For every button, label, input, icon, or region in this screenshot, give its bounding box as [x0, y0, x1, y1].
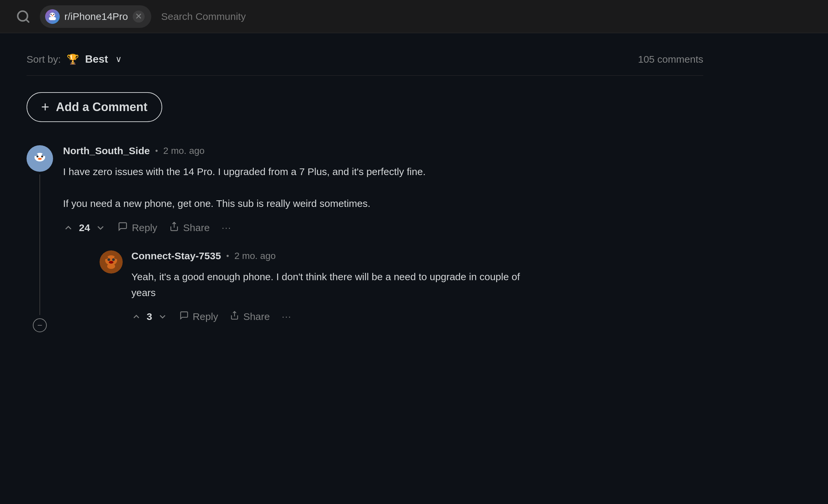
more-options-button[interactable]: ··· [221, 223, 231, 233]
reply-author[interactable]: Connect-Stay-7535 [131, 250, 221, 262]
add-comment-label: Add a Comment [56, 100, 148, 114]
sort-bar: Sort by: 🏆 Best ∨ 105 comments [27, 53, 703, 76]
svg-point-5 [51, 15, 53, 16]
thread-line [39, 174, 40, 315]
reply-button[interactable]: Reply [118, 222, 157, 234]
comment-row: − North_South_Side • 2 mo. ago I have ze… [27, 145, 703, 332]
reply-actions: 3 [131, 311, 703, 322]
svg-point-19 [109, 261, 114, 264]
reply-label: Reply [132, 222, 157, 233]
reply-share-button[interactable]: Share [230, 311, 270, 322]
share-button[interactable]: Share [169, 222, 210, 234]
comment-left-col: − [27, 145, 53, 332]
comments-count-label: 105 comments [638, 54, 703, 65]
reply-vote-count: 3 [147, 311, 152, 322]
reply-upvote-button[interactable] [131, 312, 141, 322]
svg-line-1 [26, 19, 29, 22]
reply-share-label: Share [243, 311, 270, 322]
reply-reply-button[interactable]: Reply [179, 311, 218, 322]
avatar [27, 145, 53, 172]
community-name-label: r/iPhone14Pro [65, 11, 128, 22]
reply-timestamp: 2 mo. ago [235, 251, 276, 261]
sort-dropdown-icon[interactable]: ∨ [116, 54, 122, 64]
reply-text: Yeah, it's a good enough phone. I don't … [131, 269, 703, 301]
sort-controls: Sort by: 🏆 Best ∨ [27, 53, 122, 65]
svg-point-2 [50, 13, 55, 17]
add-comment-button[interactable]: + Add a Comment [27, 92, 162, 122]
main-content: Sort by: 🏆 Best ∨ 105 comments + Add a C… [0, 33, 730, 365]
svg-point-3 [50, 13, 51, 14]
comment-thread: − North_South_Side • 2 mo. ago I have ze… [27, 145, 703, 332]
reply-reply-icon [179, 311, 189, 322]
downvote-button[interactable] [95, 223, 106, 233]
svg-rect-6 [49, 17, 56, 20]
thread-line-container [39, 174, 40, 315]
svg-point-4 [53, 13, 54, 14]
share-icon [169, 222, 179, 234]
reply-header: Connect-Stay-7535 • 2 mo. ago [131, 250, 703, 262]
comment-body: North_South_Side • 2 mo. ago I have zero… [63, 145, 703, 332]
svg-point-17 [108, 258, 110, 261]
comment-text: I have zero issues with the 14 Pro. I up… [63, 164, 703, 212]
reply-vote-section: 3 [131, 311, 168, 322]
collapse-thread-button[interactable]: − [33, 318, 47, 332]
svg-point-18 [112, 258, 115, 261]
tab-close-button[interactable]: ✕ [133, 11, 144, 22]
reply-avatar [99, 250, 123, 274]
community-avatar-icon [45, 9, 60, 24]
vote-count: 24 [79, 222, 90, 233]
sort-by-label: Sort by: [27, 54, 61, 65]
upvote-button[interactable] [63, 223, 74, 233]
sort-best-icon: 🏆 [67, 53, 79, 65]
share-label: Share [183, 222, 210, 233]
community-tab[interactable]: r/iPhone14Pro ✕ [40, 5, 151, 28]
comment-actions: 24 Reply [63, 222, 703, 234]
svg-point-11 [38, 158, 42, 160]
reply-downvote-button[interactable] [158, 312, 168, 322]
vote-section: 24 [63, 222, 106, 233]
reply-share-icon [230, 311, 239, 322]
reply-more-options-button[interactable]: ··· [282, 311, 291, 322]
comment-header: North_South_Side • 2 mo. ago [63, 145, 703, 156]
sort-value-label: Best [85, 53, 108, 65]
reply-thread: Connect-Stay-7535 • 2 mo. ago Yeah, it's… [99, 250, 703, 322]
reply-item: Connect-Stay-7535 • 2 mo. ago Yeah, it's… [99, 250, 703, 322]
comment-timestamp: 2 mo. ago [163, 146, 205, 156]
search-icon[interactable] [13, 7, 33, 27]
add-comment-plus-icon: + [41, 100, 49, 114]
reply-body: Connect-Stay-7535 • 2 mo. ago Yeah, it's… [131, 250, 703, 322]
search-community-input[interactable] [158, 8, 815, 25]
reply-reply-label: Reply [193, 311, 218, 322]
comment-author[interactable]: North_South_Side [63, 145, 150, 156]
svg-point-22 [107, 264, 115, 269]
top-bar: r/iPhone14Pro ✕ [0, 0, 828, 33]
reply-icon [118, 222, 128, 234]
